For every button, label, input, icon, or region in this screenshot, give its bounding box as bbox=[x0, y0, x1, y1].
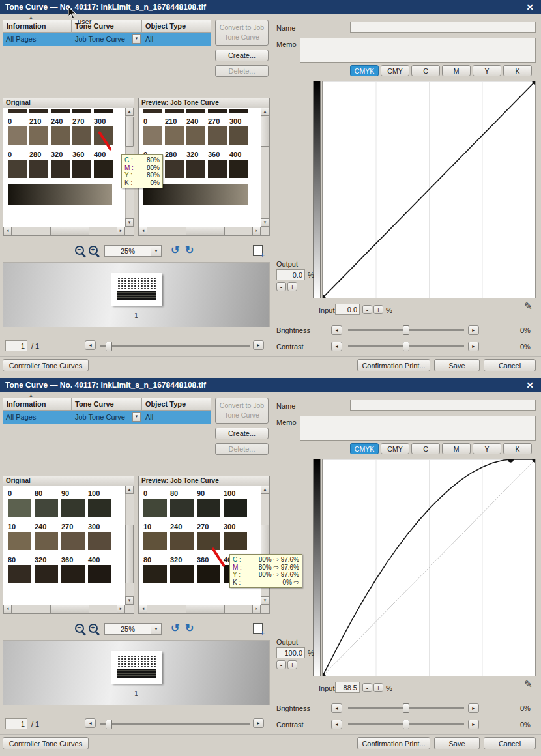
table-row[interactable]: All Pages Job Tone Curve ▼ All bbox=[3, 33, 211, 46]
delete-button[interactable]: Delete... bbox=[215, 65, 269, 77]
color-patch[interactable] bbox=[208, 126, 227, 145]
page-input[interactable] bbox=[5, 718, 27, 729]
add-page-icon[interactable] bbox=[253, 623, 263, 634]
page-slider[interactable] bbox=[100, 345, 250, 347]
brightness-slider-thumb[interactable] bbox=[403, 325, 409, 335]
zoom-in-icon[interactable]: + bbox=[88, 623, 100, 635]
page-thumbnail[interactable] bbox=[111, 651, 162, 684]
scroll-right-icon[interactable]: ► bbox=[117, 227, 125, 235]
convert-to-job-button[interactable]: Convert to Job Tone Curve bbox=[215, 398, 269, 424]
color-patch[interactable] bbox=[8, 499, 31, 517]
name-input[interactable] bbox=[350, 400, 536, 411]
color-patch[interactable] bbox=[165, 126, 184, 145]
color-patch[interactable] bbox=[197, 532, 220, 550]
color-patch[interactable] bbox=[61, 565, 85, 583]
scroll-thumb[interactable] bbox=[261, 117, 269, 147]
curve-plot[interactable] bbox=[322, 81, 536, 298]
page-input[interactable] bbox=[5, 340, 27, 351]
horizontal-scrollbar[interactable]: ◄ ► bbox=[139, 227, 261, 235]
delete-button[interactable]: Delete... bbox=[215, 443, 269, 455]
column-header-information[interactable]: Information bbox=[3, 398, 72, 411]
scroll-thumb[interactable] bbox=[125, 117, 134, 147]
channel-m-button[interactable]: M bbox=[442, 65, 471, 76]
color-patch[interactable] bbox=[8, 565, 31, 583]
zoom-out-icon[interactable]: − bbox=[74, 245, 87, 257]
channel-c-button[interactable]: C bbox=[411, 65, 440, 76]
input-plus-button[interactable]: + bbox=[373, 305, 383, 314]
page-next-button[interactable]: ► bbox=[253, 718, 264, 728]
input-plus-button[interactable]: + bbox=[373, 683, 383, 692]
save-button[interactable]: Save bbox=[434, 737, 480, 749]
scroll-down-icon[interactable]: ▼ bbox=[261, 596, 269, 605]
page-slider-thumb[interactable] bbox=[106, 720, 112, 729]
scroll-left-icon[interactable]: ◄ bbox=[139, 227, 147, 235]
brightness-slider-thumb[interactable] bbox=[403, 703, 409, 713]
color-patch[interactable] bbox=[208, 160, 227, 178]
close-icon[interactable]: ✕ bbox=[524, 378, 536, 392]
scroll-thumb[interactable] bbox=[186, 227, 225, 235]
horizontal-scrollbar[interactable]: ◄ ► bbox=[139, 605, 261, 613]
color-patch[interactable] bbox=[170, 532, 194, 550]
scroll-up-icon[interactable]: ▲ bbox=[125, 108, 134, 116]
add-page-icon[interactable] bbox=[253, 245, 263, 256]
column-header-object-type[interactable]: Object Type bbox=[142, 398, 211, 411]
channel-y-button[interactable]: Y bbox=[473, 443, 501, 454]
scroll-left-icon[interactable]: ◄ bbox=[139, 605, 147, 613]
name-input[interactable] bbox=[350, 22, 536, 33]
output-minus-button[interactable]: - bbox=[276, 282, 286, 291]
zoom-out-icon[interactable]: − bbox=[74, 623, 87, 635]
vertical-scrollbar[interactable]: ▲ ▼ bbox=[125, 486, 134, 605]
color-patch[interactable] bbox=[72, 109, 91, 113]
color-patch[interactable] bbox=[197, 499, 220, 517]
channel-cmy-button[interactable]: CMY bbox=[381, 443, 409, 454]
color-patch[interactable] bbox=[143, 126, 162, 145]
color-patch[interactable] bbox=[143, 499, 167, 517]
input-minus-button[interactable]: - bbox=[362, 305, 372, 314]
scroll-thumb[interactable] bbox=[50, 227, 89, 235]
brightness-right-button[interactable]: ► bbox=[468, 703, 479, 713]
vertical-scrollbar[interactable]: ▲ ▼ bbox=[261, 108, 269, 227]
color-patch[interactable] bbox=[61, 532, 85, 550]
color-patch[interactable] bbox=[224, 532, 247, 550]
scroll-left-icon[interactable]: ◄ bbox=[3, 605, 12, 613]
scroll-thumb[interactable] bbox=[50, 605, 89, 613]
color-patch[interactable] bbox=[29, 109, 48, 113]
scroll-right-icon[interactable]: ► bbox=[117, 605, 125, 613]
color-patch[interactable] bbox=[143, 532, 167, 550]
contrast-slider[interactable] bbox=[348, 723, 464, 725]
page-prev-button[interactable]: ◄ bbox=[85, 718, 96, 728]
scroll-right-icon[interactable]: ► bbox=[252, 605, 261, 613]
cancel-button[interactable]: Cancel bbox=[484, 737, 536, 749]
brightness-left-button[interactable]: ◄ bbox=[331, 325, 342, 335]
color-patch[interactable] bbox=[35, 565, 58, 583]
create-button[interactable]: Create... bbox=[215, 50, 269, 61]
color-patch[interactable] bbox=[229, 126, 248, 145]
page-slider[interactable] bbox=[100, 723, 250, 725]
color-patch[interactable] bbox=[186, 160, 205, 178]
contrast-left-button[interactable]: ◄ bbox=[331, 720, 342, 729]
color-patch[interactable] bbox=[165, 109, 184, 113]
color-patch[interactable] bbox=[35, 532, 58, 550]
page-slider-thumb[interactable] bbox=[106, 342, 112, 351]
memo-input[interactable] bbox=[300, 38, 536, 63]
color-patch[interactable] bbox=[94, 160, 113, 178]
convert-to-job-button[interactable]: Convert to Job Tone Curve bbox=[215, 20, 269, 46]
input-minus-button[interactable]: - bbox=[362, 683, 372, 692]
channel-cmyk-button[interactable]: CMYK bbox=[350, 443, 379, 454]
color-patch[interactable] bbox=[197, 565, 220, 583]
contrast-slider-thumb[interactable] bbox=[403, 342, 409, 351]
color-patch[interactable] bbox=[224, 499, 247, 517]
horizontal-scrollbar[interactable]: ◄ ► bbox=[3, 605, 125, 613]
contrast-slider-thumb[interactable] bbox=[403, 720, 409, 729]
channel-m-button[interactable]: M bbox=[442, 443, 471, 454]
page-next-button[interactable]: ► bbox=[253, 340, 264, 350]
input-input[interactable] bbox=[335, 304, 360, 315]
cancel-button[interactable]: Cancel bbox=[484, 359, 536, 371]
color-patch[interactable] bbox=[61, 499, 85, 517]
rotate-left-icon[interactable]: ↺ bbox=[171, 622, 179, 634]
scroll-up-icon[interactable]: ▲ bbox=[261, 108, 269, 116]
color-patch[interactable] bbox=[143, 109, 162, 113]
color-patch[interactable] bbox=[165, 160, 184, 178]
scroll-left-icon[interactable]: ◄ bbox=[3, 227, 12, 235]
zoom-in-icon[interactable]: + bbox=[88, 245, 100, 257]
